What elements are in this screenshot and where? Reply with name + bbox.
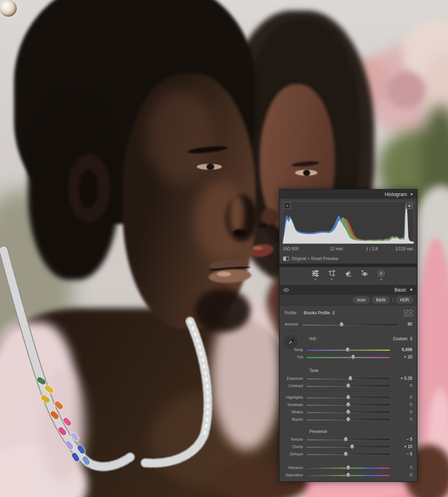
- model-right-lip-shine: [253, 246, 263, 250]
- model-right-nostril: [258, 223, 267, 228]
- eyedropper-icon: [286, 337, 295, 346]
- model-left-chin-shadow: [195, 289, 251, 332]
- exposure-label: Exposure: [280, 376, 303, 380]
- iso-value: ISO 500: [282, 246, 299, 251]
- vibrance-slider-track[interactable]: [307, 465, 390, 470]
- screenshot: { "photo": { "colors": { "background": "…: [0, 0, 448, 497]
- blacks-value[interactable]: 0: [390, 417, 417, 422]
- amount-slider-track[interactable]: [303, 322, 397, 327]
- clarity-value[interactable]: + 10: [390, 444, 417, 449]
- contrast-slider-track[interactable]: [307, 383, 390, 388]
- model-right-pupil: [303, 170, 310, 176]
- saturation-slider-row: Saturation 0: [280, 471, 417, 478]
- model-left-nose-highlight: [229, 194, 244, 234]
- texture-value[interactable]: − 5: [390, 437, 417, 442]
- dehaze-slider-track[interactable]: [307, 451, 390, 456]
- crop-tool[interactable]: [328, 269, 336, 280]
- contrast-value[interactable]: 0: [390, 383, 417, 388]
- button-divider: |: [392, 298, 394, 302]
- profile-value[interactable]: Brooks Profile: [304, 310, 330, 315]
- smart-preview-label: Original + Smart Preview: [292, 256, 338, 261]
- amount-slider-row: Amount 80: [280, 320, 417, 329]
- wb-spinner-icon[interactable]: [410, 337, 413, 341]
- histogram-chart[interactable]: ▲ ▲: [282, 201, 414, 244]
- histogram-plot: [283, 201, 414, 244]
- shutter-speed-value: 1/125 sec: [395, 246, 414, 251]
- shadow-clipping-toggle[interactable]: ▲: [284, 202, 290, 209]
- highlights-slider-row: Highlights 0: [280, 393, 417, 401]
- wb-eyedropper-button[interactable]: [284, 335, 298, 349]
- focal-length-value: 12 mm: [330, 246, 343, 251]
- white-balance-block: WB : Custom Temp 6,898 Tint + 20: [280, 333, 417, 362]
- edit-tool[interactable]: [311, 269, 320, 280]
- tint-value[interactable]: + 20: [390, 355, 417, 359]
- amount-value[interactable]: 80: [397, 322, 417, 327]
- whites-value[interactable]: 0: [390, 410, 417, 414]
- tool-active-dot: [331, 279, 332, 280]
- exposure-slider-track[interactable]: [307, 376, 390, 381]
- masking-tool[interactable]: [377, 269, 385, 280]
- tint-slider-track[interactable]: [307, 354, 390, 359]
- model-left-nostril: [233, 229, 246, 236]
- texture-slider-track[interactable]: [307, 436, 390, 442]
- bw-button[interactable]: B&W: [372, 296, 390, 303]
- develop-panel: Histogram ▼ ▲ ▲ ISO 500 12 mm ƒ / 2.8 1/…: [279, 189, 418, 482]
- profile-row: Profile : Brooks Profile: [280, 306, 417, 320]
- saturation-value[interactable]: 0: [390, 472, 417, 477]
- auto-button[interactable]: Auto: [353, 296, 370, 303]
- model-left-pupil: [206, 163, 214, 170]
- highlights-value[interactable]: 0: [390, 395, 417, 400]
- shadows-slider-track[interactable]: [307, 402, 390, 407]
- exposure-slider-row: Exposure + 0.25: [280, 374, 417, 382]
- histogram-body: ▲ ▲ ISO 500 12 mm ƒ / 2.8 1/125 sec Orig…: [280, 199, 417, 264]
- collapse-triangle-icon[interactable]: ▼: [410, 192, 413, 196]
- clarity-label: Clarity: [280, 444, 303, 449]
- blacks-slider-row: Blacks 0: [280, 415, 417, 423]
- edit-icon: [311, 269, 320, 278]
- temp-slider-track[interactable]: [307, 347, 390, 352]
- group-divider: [280, 364, 417, 364]
- slider-ticks: [303, 322, 397, 323]
- smart-preview-icon: [283, 257, 289, 261]
- shadows-slider-row: Shadows 0: [280, 401, 417, 408]
- clarity-slider-track[interactable]: [307, 444, 390, 449]
- temp-value[interactable]: 6,898: [390, 347, 417, 352]
- group-divider: [280, 459, 417, 460]
- whites-slider-track[interactable]: [307, 409, 390, 414]
- blacks-slider-track[interactable]: [307, 416, 390, 422]
- tool-strip: [280, 267, 417, 285]
- panel-visibility-eye-icon[interactable]: [283, 288, 289, 292]
- aperture-value: ƒ / 2.8: [366, 246, 378, 251]
- shadows-value[interactable]: 0: [390, 402, 417, 407]
- healing-tool[interactable]: [344, 269, 352, 280]
- model-left-ear-inner: [79, 170, 98, 208]
- wb-value[interactable]: Custom: [393, 336, 407, 341]
- group-divider: [280, 425, 417, 425]
- highlight-clipping-toggle[interactable]: ▲: [406, 202, 413, 209]
- dehaze-label: Dehaze: [280, 452, 303, 456]
- saturation-slider-track[interactable]: [307, 472, 390, 477]
- profile-browser-grid-icon[interactable]: [404, 310, 413, 316]
- texture-label: Texture: [280, 437, 303, 441]
- collapse-triangle-icon[interactable]: ▼: [409, 287, 413, 292]
- vibrance-value[interactable]: 0: [390, 465, 417, 470]
- dehaze-value[interactable]: − 5: [390, 451, 417, 456]
- group-divider: [280, 330, 417, 331]
- hdr-button[interactable]: HDR: [396, 296, 413, 303]
- smart-preview-status[interactable]: Original + Smart Preview: [282, 253, 414, 264]
- texture-slider-row: Texture − 5: [280, 435, 417, 443]
- vibrance-label: Vibrance: [280, 465, 303, 470]
- histogram-header[interactable]: Histogram ▼: [280, 190, 417, 199]
- clarity-slider-row: Clarity + 10: [280, 443, 417, 450]
- presence-section-header[interactable]: Presence: [280, 427, 417, 435]
- highlights-slider-track[interactable]: [307, 394, 390, 400]
- rose-center-shape: [387, 72, 425, 108]
- exposure-value[interactable]: + 0.25: [390, 376, 417, 381]
- wb-label: WB :: [309, 336, 318, 341]
- whites-label: Whites: [280, 410, 303, 414]
- profile-spinner-icon[interactable]: [332, 311, 335, 315]
- saturation-label: Saturation: [280, 473, 303, 477]
- basic-panel-header[interactable]: Basic ▼: [280, 285, 417, 295]
- redeye-tool[interactable]: [360, 269, 369, 280]
- tone-section-header[interactable]: Tone: [280, 366, 417, 374]
